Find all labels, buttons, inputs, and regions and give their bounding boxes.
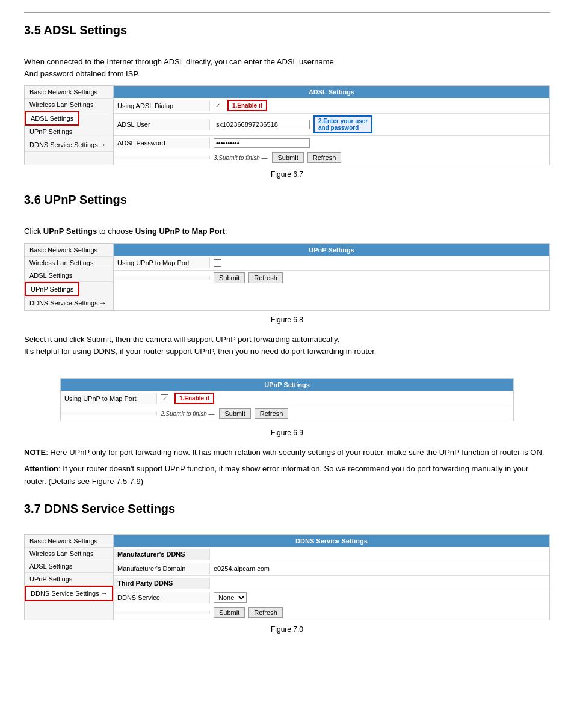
upnp-figure1: Figure 6.8 [24,316,550,324]
adsl-row-password: ADSL Password [114,136,549,150]
upnp2-row-buttons: 2.Submit to finish — Submit Refresh [61,406,513,421]
ddns-sidebar-adsl[interactable]: ADSL Settings [25,560,113,573]
ddns-value-buttons: Submit Refresh [210,605,549,620]
upnp-panel2-header: UPnP Settings [61,379,513,391]
sidebar-adsl-settings[interactable]: ADSL Settings [25,111,79,126]
upnp-refresh-button[interactable]: Refresh [248,272,283,283]
ddns-service-select[interactable]: None [214,592,247,603]
adsl-refresh-button[interactable]: Refresh [307,152,342,163]
upnp2-value-map: 1.Enable it [157,391,513,406]
upnp-sidebar-basic[interactable]: Basic Network Settings [25,244,113,257]
upnp-sidebar-upnp[interactable]: UPnP Settings [25,282,79,296]
upnp-label-empty [114,276,210,280]
adsl-submit-annotation: 3.Submit to finish — [214,154,267,161]
sidebar-basic-network[interactable]: Basic Network Settings [25,86,113,99]
adsl-label-empty [114,156,210,159]
upnp-panel-wrapper: Basic Network Settings Wireless Lan Sett… [24,243,550,311]
ddns-mfr-header: Manufacturer's DDNS [114,549,210,560]
upnp-sidebar-wireless[interactable]: Wireless Lan Settings [25,257,113,269]
adsl-sidebar: Basic Network Settings Wireless Lan Sett… [25,86,114,165]
adsl-label-dialup: Using ADSL Dialup [114,100,210,111]
upnp-row-buttons: Submit Refresh [114,271,549,285]
upnp-submit-button[interactable]: Submit [214,272,245,283]
adsl-user-input[interactable] [214,120,310,129]
ddns-third-header-value [210,581,549,585]
adsl-checkbox-dialup[interactable] [214,102,221,109]
adsl-panel-header: ADSL Settings [114,86,549,98]
ddns-row-domain: Manufacturer's Domain e0254.aipcam.com [114,561,549,576]
adsl-value-dialup: 1.Enable it [210,98,549,113]
upnp-note1-label: NOTE [24,448,46,457]
upnp-note2-label: Attention [24,464,58,473]
ddns-row-buttons: Submit Refresh [114,605,549,620]
ddns-panel-content: DDNS Service Settings Manufacturer's DDN… [114,535,549,620]
upnp-value-buttons: Submit Refresh [210,271,549,285]
upnp-title: 3.6 UPnP Settings [24,193,550,207]
adsl-row-buttons: 3.Submit to finish — Submit Refresh [114,150,549,165]
upnp-panel-header: UPnP Settings [114,244,549,256]
ddns-label-service: DDNS Service [114,592,210,603]
adsl-password-input[interactable] [214,138,310,148]
ddns-sidebar-wireless[interactable]: Wireless Lan Settings [25,548,113,560]
adsl-submit-button[interactable]: Submit [272,152,303,163]
ddns-arrow-icon: → [100,589,108,598]
arrow-icon: → [99,141,106,149]
ddns-label-empty [114,611,210,614]
ddns-refresh-button[interactable]: Refresh [248,607,283,618]
adsl-row-dialup: Using ADSL Dialup 1.Enable it [114,98,549,114]
upnp-sidebar-adsl[interactable]: ADSL Settings [25,269,113,282]
adsl-label-user: ADSL User [114,119,210,130]
ddns-domain-value: e0254.aipcam.com [214,565,270,572]
ddns-third-header: Third Party DDNS [114,578,210,589]
upnp-sidebar: Basic Network Settings Wireless Lan Sett… [25,244,114,310]
adsl-section: 3.5 ADSL Settings When connected to the … [24,23,550,179]
adsl-annotation-enable: 1.Enable it [227,100,267,111]
upnp2-checkbox-map[interactable] [161,394,168,402]
upnp-note2: Attention: If your router doesn't suppor… [24,463,550,488]
ddns-panel-header: DDNS Service Settings [114,535,549,547]
adsl-value-password [210,136,549,150]
ddns-section: 3.7 DDNS Service Settings Basic Network … [24,502,550,634]
sidebar-ddns[interactable]: DDNS Service Settings → [25,138,113,152]
ddns-panel-wrapper: Basic Network Settings Wireless Lan Sett… [24,534,550,620]
ddns-sidebar-upnp[interactable]: UPnP Settings [25,573,113,586]
upnp2-submit-button[interactable]: Submit [219,408,250,419]
ddns-value-service: None [210,590,549,605]
upnp2-refresh-button[interactable]: Refresh [255,408,289,419]
upnp2-annotation-enable: 1.Enable it [174,393,214,404]
ddns-value-domain: e0254.aipcam.com [210,563,549,574]
upnp-label-map: Using UPnP to Map Port [114,257,210,268]
sidebar-upnp[interactable]: UPnP Settings [25,126,113,138]
upnp-second-panel: UPnP Settings Using UPnP to Map Port 1.E… [60,378,514,421]
upnp2-label-map: Using UPnP to Map Port [61,393,157,404]
adsl-panel-content: ADSL Settings Using ADSL Dialup 1.Enable… [114,86,549,165]
upnp-row-map: Using UPnP to Map Port [114,256,549,271]
upnp-sidebar-ddns[interactable]: DDNS Service Settings → [25,296,113,310]
sidebar-wireless-lan[interactable]: Wireless Lan Settings [25,99,113,111]
top-divider [24,12,550,13]
upnp-arrow-icon: → [99,299,106,307]
upnp-panel-content: UPnP Settings Using UPnP to Map Port Sub… [114,244,549,310]
adsl-panel-wrapper: Basic Network Settings Wireless Lan Sett… [24,85,550,165]
upnp-value-map [210,257,549,269]
adsl-row-user: ADSL User 2.Enter your userand password [114,114,549,136]
ddns-row-mfr-header: Manufacturer's DDNS [114,547,549,561]
ddns-sidebar-basic[interactable]: Basic Network Settings [25,535,113,548]
ddns-sidebar: Basic Network Settings Wireless Lan Sett… [25,535,114,620]
upnp2-row-map: Using UPnP to Map Port 1.Enable it [61,391,513,406]
ddns-mfr-header-value [210,552,549,556]
adsl-label-password: ADSL Password [114,138,210,148]
ddns-row-third-header: Third Party DDNS [114,576,549,590]
upnp-figure2: Figure 6.9 [24,429,550,437]
upnp2-label-empty [61,412,157,415]
adsl-figure: Figure 6.7 [24,170,550,179]
ddns-submit-button[interactable]: Submit [214,607,245,618]
adsl-desc-line2: And password obtained from ISP. [24,69,140,78]
upnp-note1: NOTE: Here UPnP only for port forwarding… [24,447,550,459]
ddns-sidebar-ddns[interactable]: DDNS Service Settings → [25,586,113,601]
adsl-value-buttons: 3.Submit to finish — Submit Refresh [210,150,549,165]
upnp-desc-bold1: UPnP Settings [43,227,97,236]
upnp-checkbox-map[interactable] [214,259,221,267]
adsl-annotation-user: 2.Enter your userand password [313,115,372,133]
adsl-desc-line1: When connected to the Internet through A… [24,57,334,66]
